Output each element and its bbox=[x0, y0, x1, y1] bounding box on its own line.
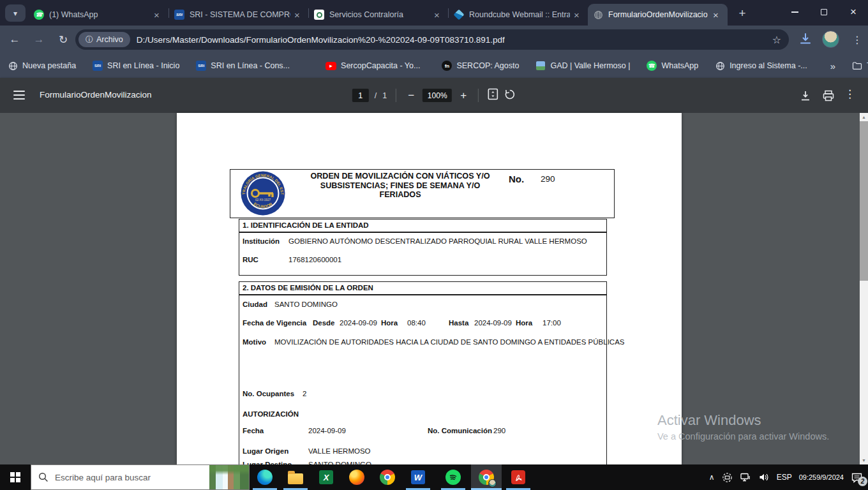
tab-close-icon[interactable]: × bbox=[294, 10, 300, 20]
zoom-level[interactable]: 100% bbox=[423, 89, 452, 102]
forward-button[interactable]: → bbox=[29, 30, 49, 49]
hora-hasta-value: 17:00 bbox=[542, 319, 561, 327]
tab-formulario-active[interactable]: FormularioOrdenMovilizacio × bbox=[588, 4, 728, 26]
tab-whatsapp[interactable]: ☎ (1) WhatsApp × bbox=[29, 4, 168, 26]
action-center-button[interactable]: 2 bbox=[851, 472, 863, 483]
taskbar-acrobat[interactable] bbox=[503, 464, 534, 490]
globe-icon bbox=[715, 61, 725, 71]
gad-image-icon bbox=[535, 61, 546, 71]
lugar-origen-value: VALLE HERMOSO bbox=[308, 447, 371, 455]
excel-icon: X bbox=[319, 470, 333, 484]
bookmarks-overflow-button[interactable]: » bbox=[824, 61, 842, 71]
bookmark-sri-inicio[interactable]: SRI SRI en Línea - Inicio bbox=[93, 61, 179, 71]
start-button[interactable] bbox=[0, 464, 31, 490]
bookmark-gad-valle-hermoso[interactable]: GAD | Valle Hermoso | bbox=[535, 61, 630, 71]
doc-no-label: No. bbox=[509, 174, 524, 184]
fecha-value: 2024-09-09 bbox=[308, 427, 346, 434]
section2-header: 2. DATOS DE EMISIÓN DE LA ORDEN bbox=[243, 284, 373, 292]
tab-sri[interactable]: SRI SRI - SISTEMA DE COMPROB × bbox=[169, 4, 309, 26]
search-highlight-image[interactable] bbox=[209, 465, 249, 489]
maximize-icon bbox=[821, 9, 827, 15]
chip-label: Archivo bbox=[96, 35, 123, 44]
language-indicator[interactable]: ESP bbox=[777, 473, 792, 482]
taskbar-spotify[interactable] bbox=[438, 464, 468, 490]
tray-show-hidden-icons[interactable]: ∧ bbox=[709, 473, 715, 482]
tray-app-icon[interactable] bbox=[722, 472, 733, 483]
tab-close-icon[interactable]: × bbox=[154, 10, 160, 20]
file-explorer-icon bbox=[288, 473, 303, 484]
pdf-content-area: CONTRALORÍA GENERAL DEL ESTADO ECUADOR 0… bbox=[0, 113, 868, 464]
pdf-more-button[interactable]: ⋮ bbox=[844, 87, 855, 101]
bookmark-sercopcapacita[interactable]: ▸ SercopCapacita - Yo... bbox=[326, 61, 420, 70]
scroll-down-arrow[interactable]: ▼ bbox=[860, 456, 868, 464]
tab-search-button[interactable]: ▾ bbox=[5, 4, 26, 22]
vertical-scrollbar[interactable]: ▲ ▼ bbox=[860, 113, 868, 464]
bookmark-sri-consultas[interactable]: SRI SRI en Línea - Cons... bbox=[196, 61, 290, 71]
search-placeholder: Escribe aquí para buscar bbox=[55, 473, 151, 482]
tab-close-icon[interactable]: × bbox=[574, 10, 580, 20]
bookmark-label: SRI en Línea - Cons... bbox=[211, 61, 290, 70]
network-icon[interactable] bbox=[740, 472, 751, 482]
window-close-button[interactable]: × bbox=[839, 0, 868, 24]
minimize-icon bbox=[791, 11, 798, 13]
reload-button[interactable]: ↻ bbox=[54, 30, 73, 49]
comunicacion-value: 290 bbox=[493, 427, 505, 434]
rotate-button[interactable] bbox=[504, 89, 516, 103]
bookmark-nueva-pestana[interactable]: Nueva pestaña bbox=[8, 61, 76, 71]
address-bar[interactable]: ⓘ Archivo D:/Users/Master/Downloads/Form… bbox=[75, 29, 789, 50]
taskbar-chrome-active[interactable] bbox=[471, 464, 502, 490]
hora-desde-value: 08:40 bbox=[407, 319, 426, 327]
taskbar-excel[interactable]: X bbox=[311, 464, 341, 490]
volume-icon[interactable] bbox=[758, 472, 770, 482]
windows-logo-icon bbox=[10, 472, 20, 482]
profile-avatar[interactable] bbox=[822, 31, 839, 48]
new-tab-button[interactable]: + bbox=[734, 5, 751, 22]
taskbar-search-box[interactable]: Escribe aquí para buscar bbox=[31, 464, 250, 490]
tab-close-icon[interactable]: × bbox=[434, 10, 440, 20]
autorizacion-header: AUTORIZACIÓN bbox=[243, 410, 299, 418]
acrobat-icon bbox=[511, 470, 525, 484]
phone-icon: ☎ bbox=[35, 11, 42, 18]
zoom-in-button[interactable]: + bbox=[458, 89, 469, 102]
folder-icon bbox=[852, 61, 862, 71]
tab-roundcube[interactable]: Roundcube Webmail :: Entra × bbox=[449, 4, 588, 26]
downloads-button[interactable] bbox=[798, 31, 813, 49]
institucion-value: GOBIERNO AUTÓNOMO DESCENTRALIZADO PARROQ… bbox=[288, 237, 587, 245]
tab-strip: ▾ ☎ (1) WhatsApp × SRI SRI - SISTEMA DE … bbox=[0, 0, 868, 26]
pdf-menu-button[interactable] bbox=[13, 91, 25, 100]
window-minimize-button[interactable] bbox=[780, 0, 809, 24]
page-number-input[interactable]: 1 bbox=[352, 89, 369, 102]
all-bookmarks-button[interactable]: Todos los marcadores bbox=[852, 61, 868, 71]
tab-close-icon[interactable]: × bbox=[713, 10, 719, 20]
contraloria-favicon bbox=[314, 10, 324, 20]
file-scheme-chip[interactable]: ⓘ Archivo bbox=[79, 32, 130, 47]
scrollbar-thumb[interactable] bbox=[860, 121, 868, 281]
firefox-icon bbox=[349, 470, 364, 485]
taskbar-chrome-pinned[interactable] bbox=[372, 464, 403, 490]
hasta-label: Hasta bbox=[449, 319, 468, 327]
ruc-label: RUC bbox=[243, 256, 258, 264]
back-button[interactable]: ← bbox=[5, 30, 24, 49]
tab-contraloria[interactable]: Servicios Contraloría × bbox=[309, 4, 449, 26]
bookmark-ingreso-sistema[interactable]: Ingreso al Sistema -... bbox=[715, 61, 807, 71]
pdf-toolbar: FormularioOrdenMovilizacion 1 / 1 − 100%… bbox=[0, 78, 868, 113]
taskbar-word[interactable]: W bbox=[403, 464, 433, 490]
pdf-print-button[interactable] bbox=[822, 89, 835, 105]
bookmark-label: Ingreso al Sistema -... bbox=[730, 61, 807, 70]
bookmark-whatsapp[interactable]: ☎ WhatsApp bbox=[647, 61, 698, 71]
taskbar-edge[interactable] bbox=[250, 464, 280, 490]
pdf-download-button[interactable] bbox=[799, 89, 812, 105]
taskbar-file-explorer[interactable] bbox=[280, 464, 311, 490]
taskbar-clock[interactable]: 09:25 9/9/2024 bbox=[799, 473, 844, 482]
browser-menu-button[interactable]: ⋮ bbox=[850, 31, 864, 48]
bookmark-sercop-agosto[interactable]: fn SERCOP: Agosto bbox=[442, 61, 519, 71]
zoom-out-button[interactable]: − bbox=[405, 89, 417, 102]
scroll-up-arrow[interactable]: ▲ bbox=[860, 113, 868, 121]
fit-page-icon bbox=[488, 88, 498, 100]
fit-page-button[interactable] bbox=[488, 88, 498, 103]
window-maximize-button[interactable] bbox=[809, 0, 839, 24]
page-slash: / bbox=[375, 91, 377, 100]
bookmarks-bar: Nueva pestaña SRI SRI en Línea - Inicio … bbox=[0, 54, 868, 78]
bookmark-star-icon[interactable]: ☆ bbox=[772, 34, 781, 46]
taskbar-firefox[interactable] bbox=[341, 464, 372, 490]
